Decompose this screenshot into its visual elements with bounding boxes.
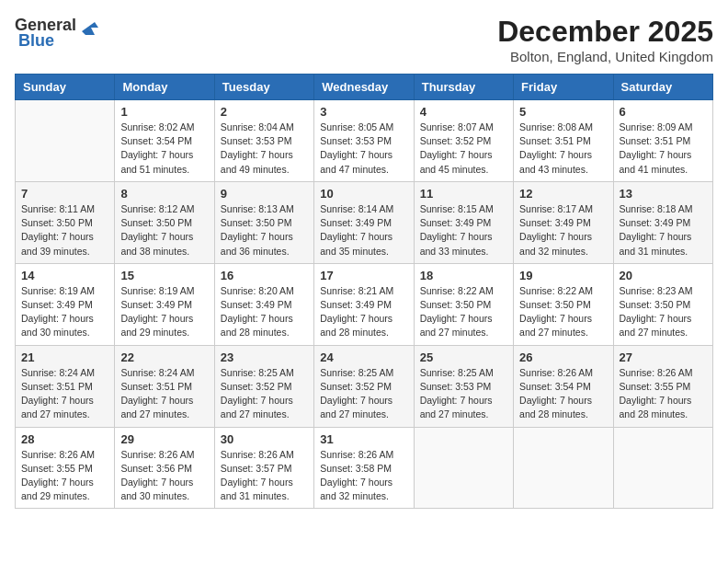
month-title: December 2025 [497,15,713,49]
calendar-cell: 17Sunrise: 8:21 AMSunset: 3:49 PMDayligh… [314,263,414,345]
day-info: Sunrise: 8:18 AMSunset: 3:49 PMDaylight:… [620,202,707,259]
calendar-cell [16,100,115,182]
calendar-header-sunday: Sunday [16,75,115,100]
day-number: 22 [120,350,208,364]
calendar-cell: 28Sunrise: 8:26 AMSunset: 3:55 PMDayligh… [16,427,115,509]
day-info: Sunrise: 8:26 AMSunset: 3:55 PMDaylight:… [620,366,707,422]
calendar-week-row: 14Sunrise: 8:19 AMSunset: 3:49 PMDayligh… [16,263,713,345]
logo-icon [78,15,98,35]
calendar-cell: 11Sunrise: 8:15 AMSunset: 3:49 PMDayligh… [414,181,513,263]
day-info: Sunrise: 8:17 AMSunset: 3:49 PMDaylight:… [519,202,607,259]
day-number: 8 [120,187,208,201]
calendar-cell: 12Sunrise: 8:17 AMSunset: 3:49 PMDayligh… [514,181,613,263]
day-number: 7 [21,187,108,201]
day-number: 19 [519,269,607,282]
calendar-cell: 31Sunrise: 8:26 AMSunset: 3:58 PMDayligh… [314,427,414,509]
day-info: Sunrise: 8:23 AMSunset: 3:50 PMDaylight:… [620,284,707,340]
calendar-header-saturday: Saturday [613,75,712,100]
day-info: Sunrise: 8:25 AMSunset: 3:52 PMDaylight:… [221,366,308,422]
day-info: Sunrise: 8:12 AMSunset: 3:50 PMDaylight:… [120,202,208,259]
day-info: Sunrise: 8:24 AMSunset: 3:51 PMDaylight:… [120,366,208,422]
title-area: December 2025 Bolton, England, United Ki… [497,15,713,64]
day-number: 5 [519,105,607,119]
day-info: Sunrise: 8:13 AMSunset: 3:50 PMDaylight:… [221,202,308,259]
calendar-header-row: SundayMondayTuesdayWednesdayThursdayFrid… [16,75,713,100]
day-info: Sunrise: 8:04 AMSunset: 3:53 PMDaylight:… [221,121,308,177]
day-info: Sunrise: 8:09 AMSunset: 3:51 PMDaylight:… [620,121,707,177]
day-info: Sunrise: 8:14 AMSunset: 3:49 PMDaylight:… [320,202,407,259]
day-info: Sunrise: 8:25 AMSunset: 3:53 PMDaylight:… [420,366,507,422]
calendar-header-friday: Friday [514,75,613,100]
day-number: 2 [221,105,308,119]
day-number: 11 [420,187,507,201]
calendar-cell: 10Sunrise: 8:14 AMSunset: 3:49 PMDayligh… [314,181,414,263]
day-number: 27 [620,350,707,364]
calendar-cell: 24Sunrise: 8:25 AMSunset: 3:52 PMDayligh… [314,345,414,427]
page-header: General Blue December 2025 Bolton, Engla… [15,15,713,64]
logo: General Blue [15,15,98,51]
calendar-week-row: 28Sunrise: 8:26 AMSunset: 3:55 PMDayligh… [16,427,713,509]
svg-marker-0 [82,22,98,35]
logo-blue: Blue [18,31,54,51]
calendar-cell [514,427,613,509]
calendar-cell: 6Sunrise: 8:09 AMSunset: 3:51 PMDaylight… [613,100,712,182]
day-info: Sunrise: 8:08 AMSunset: 3:51 PMDaylight:… [519,121,607,177]
calendar-cell: 1Sunrise: 8:02 AMSunset: 3:54 PMDaylight… [115,100,214,182]
calendar-table: SundayMondayTuesdayWednesdayThursdayFrid… [15,74,713,509]
day-number: 9 [221,187,308,201]
calendar-header-tuesday: Tuesday [214,75,313,100]
day-number: 12 [519,187,607,201]
location: Bolton, England, United Kingdom [497,49,713,64]
calendar-header-thursday: Thursday [414,75,513,100]
day-number: 3 [320,105,407,119]
day-info: Sunrise: 8:19 AMSunset: 3:49 PMDaylight:… [21,284,108,340]
day-number: 25 [420,350,507,364]
calendar-cell: 29Sunrise: 8:26 AMSunset: 3:56 PMDayligh… [115,427,214,509]
day-info: Sunrise: 8:11 AMSunset: 3:50 PMDaylight:… [21,202,108,259]
day-number: 13 [620,187,707,201]
calendar-cell: 2Sunrise: 8:04 AMSunset: 3:53 PMDaylight… [214,100,313,182]
calendar-cell: 25Sunrise: 8:25 AMSunset: 3:53 PMDayligh… [414,345,513,427]
day-number: 31 [320,432,407,446]
calendar-week-row: 7Sunrise: 8:11 AMSunset: 3:50 PMDaylight… [16,181,713,263]
day-number: 14 [21,269,108,282]
day-info: Sunrise: 8:05 AMSunset: 3:53 PMDaylight:… [320,121,407,177]
day-number: 17 [320,269,407,282]
day-info: Sunrise: 8:26 AMSunset: 3:56 PMDaylight:… [120,448,208,504]
day-number: 16 [221,269,308,282]
day-number: 10 [320,187,407,201]
day-info: Sunrise: 8:25 AMSunset: 3:52 PMDaylight:… [320,366,407,422]
calendar-cell: 23Sunrise: 8:25 AMSunset: 3:52 PMDayligh… [214,345,313,427]
day-number: 26 [519,350,607,364]
day-number: 15 [120,269,208,282]
calendar-cell [414,427,513,509]
day-info: Sunrise: 8:26 AMSunset: 3:55 PMDaylight:… [21,448,108,504]
day-number: 6 [620,105,707,119]
calendar-cell: 13Sunrise: 8:18 AMSunset: 3:49 PMDayligh… [613,181,712,263]
calendar-header-monday: Monday [115,75,214,100]
day-number: 28 [21,432,108,446]
calendar-cell: 3Sunrise: 8:05 AMSunset: 3:53 PMDaylight… [314,100,414,182]
calendar-week-row: 21Sunrise: 8:24 AMSunset: 3:51 PMDayligh… [16,345,713,427]
day-info: Sunrise: 8:26 AMSunset: 3:54 PMDaylight:… [519,366,607,422]
day-info: Sunrise: 8:07 AMSunset: 3:52 PMDaylight:… [420,121,507,177]
day-number: 29 [120,432,208,446]
day-info: Sunrise: 8:22 AMSunset: 3:50 PMDaylight:… [420,284,507,340]
calendar-cell: 16Sunrise: 8:20 AMSunset: 3:49 PMDayligh… [214,263,313,345]
calendar-cell: 21Sunrise: 8:24 AMSunset: 3:51 PMDayligh… [16,345,115,427]
day-info: Sunrise: 8:21 AMSunset: 3:49 PMDaylight:… [320,284,407,340]
day-number: 1 [120,105,208,119]
calendar-cell: 15Sunrise: 8:19 AMSunset: 3:49 PMDayligh… [115,263,214,345]
day-number: 21 [21,350,108,364]
day-info: Sunrise: 8:19 AMSunset: 3:49 PMDaylight:… [120,284,208,340]
calendar-cell: 26Sunrise: 8:26 AMSunset: 3:54 PMDayligh… [514,345,613,427]
day-info: Sunrise: 8:26 AMSunset: 3:57 PMDaylight:… [221,448,308,504]
calendar-cell: 8Sunrise: 8:12 AMSunset: 3:50 PMDaylight… [115,181,214,263]
calendar-cell: 22Sunrise: 8:24 AMSunset: 3:51 PMDayligh… [115,345,214,427]
day-info: Sunrise: 8:24 AMSunset: 3:51 PMDaylight:… [21,366,108,422]
day-info: Sunrise: 8:26 AMSunset: 3:58 PMDaylight:… [320,448,407,504]
calendar-cell: 7Sunrise: 8:11 AMSunset: 3:50 PMDaylight… [16,181,115,263]
calendar-cell: 18Sunrise: 8:22 AMSunset: 3:50 PMDayligh… [414,263,513,345]
calendar-cell: 5Sunrise: 8:08 AMSunset: 3:51 PMDaylight… [514,100,613,182]
calendar-cell: 19Sunrise: 8:22 AMSunset: 3:50 PMDayligh… [514,263,613,345]
